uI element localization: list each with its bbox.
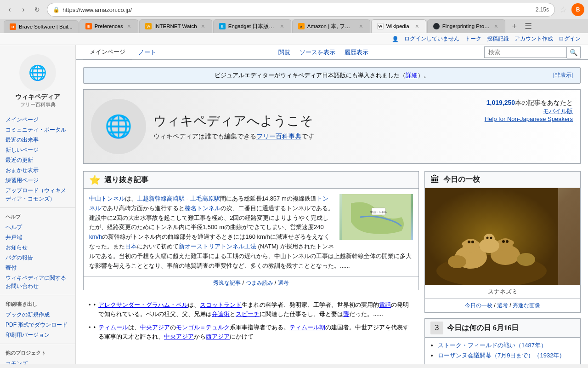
sidebar-link-notices[interactable]: お知らせ (0, 242, 75, 253)
wiki-two-column: ⭐ 選り抜き記事 (83, 171, 581, 364)
nav-buttons: ‹ › ↻ (4, 4, 43, 16)
sidebar-other-section: 他のプロジェクト コモンズ メタウィキ ウィキスピーシーズ ウィキブックス ウィ… (0, 346, 75, 364)
tab-favicon-engadget: E (219, 23, 226, 29)
link-west-asia[interactable]: 西アジア (206, 333, 230, 340)
sidebar-divider-1 (0, 207, 75, 208)
sidebar-link-printable[interactable]: 印刷用バージョン (0, 330, 75, 340)
welcome-link-free[interactable]: フリー百科事典 (256, 132, 301, 140)
date-link-2[interactable]: ローザンヌ会議開幕（7月9日まで）（1932年） (438, 352, 565, 359)
footer-link-review[interactable]: 選考 (278, 280, 289, 286)
wiki-search-input[interactable] (484, 46, 567, 58)
wiki-tab-source[interactable]: ソースを表示 (295, 46, 340, 59)
tab-favicon-internet-watch: W (145, 23, 152, 29)
create-account-link[interactable]: アカウント作成 (514, 35, 553, 43)
wiki-search-area: 🔍 (484, 46, 581, 58)
link-scotland[interactable]: スコットランド (200, 301, 242, 308)
new-tab-button[interactable]: + (508, 20, 521, 33)
sidebar-link-new-pages[interactable]: 新しいページ (0, 145, 75, 155)
talk-link[interactable]: トーク (465, 35, 481, 43)
tab-amazon[interactable]: a Amazon | 本, ファッ... × (292, 19, 370, 33)
sidebar-link-sandbox[interactable]: 練習用ページ (0, 175, 75, 185)
wiki-tab-view[interactable]: 閲覧 (274, 46, 295, 59)
welcome-help-link[interactable]: Help for Non-Japanese Speakers (485, 115, 573, 122)
tab-close-engadget[interactable]: × (279, 23, 285, 30)
date-link-1[interactable]: ストーク・フィールドの戦い（1487年） (438, 342, 547, 349)
sidebar-link-upload[interactable]: アップロード（ウィキメディア・コモンズ） (0, 185, 75, 204)
login-link[interactable]: ログイン (559, 35, 581, 43)
tab-wikipedia[interactable]: W Wikipedia × (371, 19, 426, 33)
wiki-top-bar: 👤 ログインしていません トーク 投稿記録 アカウント作成 ログイン (0, 33, 588, 45)
load-time: 2.15s (536, 6, 549, 13)
featured-link-japan[interactable]: 日本 (125, 243, 137, 250)
notice-dismiss[interactable]: [非表示] (553, 71, 573, 79)
sidebar-link-pdf[interactable]: PDF 形式でダウンロード (0, 320, 75, 330)
featured-link-nakayama[interactable]: 中山トンネル (89, 195, 125, 202)
tab-engadget[interactable]: E Engadget 日本版：最... × (213, 19, 291, 33)
sidebar-link-commons[interactable]: コモンズ (0, 358, 75, 364)
notice-detail-link[interactable]: 詳細 (406, 72, 418, 79)
sidebar-link-new-book[interactable]: ブックの新規作成 (0, 310, 75, 320)
title-bar: ‹ › ↻ 🔒 https://www.amazon.co.jp/ 2.15s … (0, 0, 588, 19)
link-timurid[interactable]: ティムール朝 (289, 324, 325, 331)
sidebar-link-main[interactable]: メインページ (0, 115, 75, 125)
featured-link-kmh[interactable]: km/h (89, 233, 102, 240)
address-bar[interactable]: 🔒 https://www.amazon.co.jp/ 2.15s (47, 3, 555, 17)
wiki-col-left: ⭐ 選り抜き記事 (83, 171, 419, 364)
link-timur[interactable]: ティムール (98, 324, 128, 331)
featured-link-jomo[interactable]: 上毛高原駅 (190, 195, 220, 202)
sidebar-link-recent-events[interactable]: 最近の出来事 (0, 135, 75, 145)
featured-link-takasaki[interactable]: 上越新幹線高崎駅 (137, 195, 185, 202)
sidebar-link-contact[interactable]: ウィキペディアに関するお問い合わせ (0, 273, 75, 291)
link-central-asia[interactable]: 中央アジア (140, 324, 170, 331)
featured-link-haruna[interactable]: 榛名トンネル (185, 205, 220, 212)
today-footer-link-1[interactable]: 今日の一枚 (465, 302, 492, 309)
link-central-asia2[interactable]: 中央アジア (164, 333, 194, 340)
refresh-button[interactable]: ↻ (31, 4, 43, 16)
link-bell[interactable]: アレクサンダー・グラハム・ベル (98, 301, 188, 308)
todays-date-title: 今日は何の日 6月16日 (447, 323, 519, 333)
sidebar-link-donate[interactable]: 寄付 (0, 263, 75, 273)
sidebar-link-recent-changes[interactable]: 最近の更新 (0, 155, 75, 165)
link-deaf[interactable]: 聾 (343, 310, 349, 317)
tab-brave[interactable]: B Brave Software | Buil... (4, 20, 79, 33)
tab-close-preferences[interactable]: × (126, 23, 132, 30)
wiki-tab-main[interactable]: メインページ (83, 45, 132, 60)
bookmark-button[interactable]: ☆ (559, 4, 568, 16)
sidebar-link-help[interactable]: ヘルプ (0, 222, 75, 232)
link-mongol-turkic[interactable]: モンゴル＝テュルク (176, 324, 230, 331)
todays-date-box: 3 今日は何の日 6月16日 ストーク・フィールドの戦い（1487年） ローザン… (424, 318, 581, 364)
todays-date-header: 3 今日は何の日 6月16日 (425, 319, 580, 338)
tab-fingerprinting[interactable]: Fingerprinting Protect... × (427, 19, 505, 33)
tab-close-internet-watch[interactable]: × (200, 23, 206, 30)
not-logged-in-link[interactable]: ログインしていません (404, 35, 459, 43)
today-footer-link-3[interactable]: 秀逸な画像 (513, 302, 540, 309)
welcome-count-number: 1,019,250本の記事をあなたと (486, 99, 573, 106)
footer-link-digest[interactable]: つまみ読み (246, 280, 273, 286)
link-telephone[interactable]: 電話 (379, 301, 391, 308)
tab-preferences[interactable]: B Preferences × (79, 19, 138, 33)
welcome-mobile-link[interactable]: モバイル版 (485, 107, 573, 115)
link-speech[interactable]: スピーチ (236, 310, 260, 317)
forward-button[interactable]: › (17, 4, 29, 16)
contributions-link[interactable]: 投稿記録 (487, 35, 509, 43)
back-button[interactable]: ‹ (4, 4, 16, 16)
tab-menu-button[interactable]: ☰ (522, 20, 535, 33)
bullet-text-timur: ティムールは、中央アジアのモンゴル＝テュルク系軍事指導者である。ティムール朝の建… (98, 323, 413, 341)
tab-close-amazon[interactable]: × (358, 23, 364, 30)
wiki-search-button[interactable]: 🔍 (567, 46, 581, 58)
wiki-tab-history[interactable]: 履歴表示 (340, 46, 373, 59)
link-rhetoric[interactable]: 弁論術 (212, 310, 230, 317)
tab-close-wikipedia[interactable]: × (414, 23, 420, 30)
sidebar-link-bugreport[interactable]: バグの報告 (0, 253, 75, 263)
tab-internet-watch[interactable]: W INTERNET Watch × (139, 19, 212, 33)
today-footer-link-2[interactable]: 選考 (497, 302, 508, 309)
lock-icon: 🔒 (53, 6, 60, 13)
sidebar-link-community[interactable]: コミュニティ・ポータル (0, 125, 75, 135)
tab-close-fingerprinting[interactable]: × (493, 23, 499, 30)
sidebar-link-well[interactable]: 井戸端 (0, 232, 75, 242)
wiki-tab-note[interactable]: ノート (132, 46, 163, 59)
sidebar-link-random[interactable]: おまかせ表示 (0, 165, 75, 175)
brave-menu-button[interactable]: B (571, 3, 584, 16)
featured-link-natm[interactable]: 新オーストリアトンネル工法 (179, 243, 256, 250)
footer-link-excellent[interactable]: 秀逸な記事 (213, 280, 241, 286)
